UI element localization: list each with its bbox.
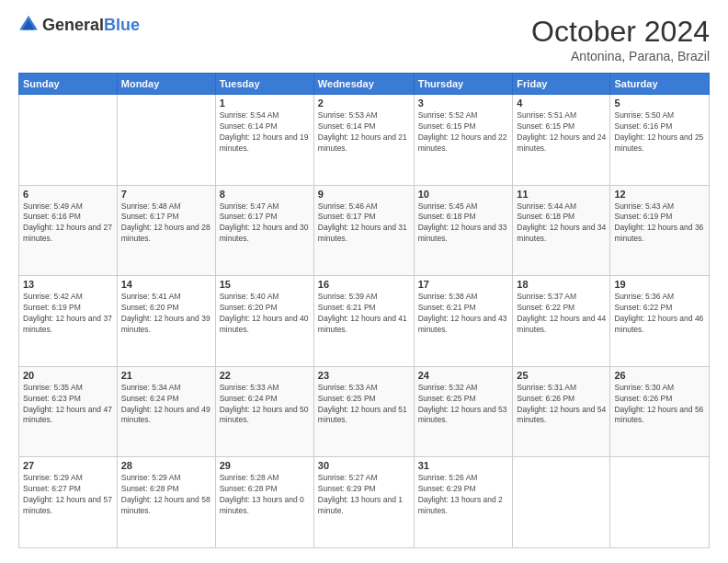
calendar-cell: 1Sunrise: 5:54 AMSunset: 6:14 PMDaylight… (215, 95, 313, 186)
day-of-week-tuesday: Tuesday (215, 74, 313, 95)
calendar-week-5: 27Sunrise: 5:29 AMSunset: 6:27 PMDayligh… (19, 457, 710, 548)
logo-text: GeneralBlue (42, 16, 140, 35)
calendar-cell: 17Sunrise: 5:38 AMSunset: 6:21 PMDayligh… (414, 276, 513, 367)
day-number: 15 (220, 279, 310, 290)
day-of-week-saturday: Saturday (610, 74, 710, 95)
day-info: Sunrise: 5:47 AMSunset: 6:17 PMDaylight:… (220, 201, 310, 246)
page: GeneralBlue October 2024 Antonina, Paran… (0, 0, 728, 563)
day-info: Sunrise: 5:51 AMSunset: 6:15 PMDaylight:… (517, 110, 606, 155)
calendar-week-1: 1Sunrise: 5:54 AMSunset: 6:14 PMDaylight… (19, 95, 710, 186)
day-info: Sunrise: 5:33 AMSunset: 6:25 PMDaylight:… (318, 383, 410, 427)
calendar-cell: 29Sunrise: 5:28 AMSunset: 6:28 PMDayligh… (215, 457, 313, 548)
day-info: Sunrise: 5:50 AMSunset: 6:16 PMDaylight:… (614, 110, 705, 155)
month-title: October 2024 (531, 15, 710, 49)
calendar-cell (513, 457, 610, 548)
day-of-week-wednesday: Wednesday (313, 74, 414, 95)
day-info: Sunrise: 5:30 AMSunset: 6:26 PMDaylight:… (614, 383, 705, 427)
day-number: 5 (614, 98, 705, 109)
day-of-week-friday: Friday (513, 74, 610, 95)
calendar-cell: 2Sunrise: 5:53 AMSunset: 6:14 PMDaylight… (313, 95, 414, 186)
calendar-cell (117, 95, 215, 186)
calendar-cell: 23Sunrise: 5:33 AMSunset: 6:25 PMDayligh… (313, 366, 414, 457)
day-number: 20 (23, 370, 113, 381)
calendar-cell: 15Sunrise: 5:40 AMSunset: 6:20 PMDayligh… (215, 276, 313, 367)
day-info: Sunrise: 5:45 AMSunset: 6:18 PMDaylight:… (418, 201, 509, 246)
day-number: 29 (220, 460, 310, 471)
day-number: 31 (418, 460, 509, 471)
day-info: Sunrise: 5:37 AMSunset: 6:22 PMDaylight:… (517, 292, 606, 336)
day-info: Sunrise: 5:48 AMSunset: 6:17 PMDaylight:… (121, 201, 211, 246)
day-info: Sunrise: 5:49 AMSunset: 6:16 PMDaylight:… (23, 201, 113, 246)
calendar-cell: 19Sunrise: 5:36 AMSunset: 6:22 PMDayligh… (610, 276, 710, 367)
calendar-cell: 18Sunrise: 5:37 AMSunset: 6:22 PMDayligh… (513, 276, 610, 367)
calendar-cell: 20Sunrise: 5:35 AMSunset: 6:23 PMDayligh… (19, 366, 118, 457)
calendar-week-3: 13Sunrise: 5:42 AMSunset: 6:19 PMDayligh… (19, 276, 710, 367)
day-info: Sunrise: 5:29 AMSunset: 6:28 PMDaylight:… (121, 473, 211, 517)
calendar-cell: 25Sunrise: 5:31 AMSunset: 6:26 PMDayligh… (513, 366, 610, 457)
header: GeneralBlue October 2024 Antonina, Paran… (18, 15, 710, 63)
calendar-cell (19, 95, 118, 186)
day-of-week-thursday: Thursday (414, 74, 513, 95)
day-info: Sunrise: 5:26 AMSunset: 6:29 PMDaylight:… (418, 473, 509, 517)
calendar-cell: 14Sunrise: 5:41 AMSunset: 6:20 PMDayligh… (117, 276, 215, 367)
calendar-cell (610, 457, 710, 548)
day-info: Sunrise: 5:53 AMSunset: 6:14 PMDaylight:… (318, 110, 410, 155)
calendar-cell: 11Sunrise: 5:44 AMSunset: 6:18 PMDayligh… (513, 185, 610, 276)
day-info: Sunrise: 5:31 AMSunset: 6:26 PMDaylight:… (517, 383, 606, 427)
day-info: Sunrise: 5:27 AMSunset: 6:29 PMDaylight:… (318, 473, 410, 517)
calendar-cell: 10Sunrise: 5:45 AMSunset: 6:18 PMDayligh… (414, 185, 513, 276)
day-info: Sunrise: 5:54 AMSunset: 6:14 PMDaylight:… (220, 110, 310, 155)
day-number: 27 (23, 460, 113, 471)
day-info: Sunrise: 5:38 AMSunset: 6:21 PMDaylight:… (418, 292, 509, 336)
day-info: Sunrise: 5:40 AMSunset: 6:20 PMDaylight:… (220, 292, 310, 336)
generalblue-icon (18, 15, 39, 35)
calendar-week-4: 20Sunrise: 5:35 AMSunset: 6:23 PMDayligh… (19, 366, 710, 457)
day-info: Sunrise: 5:52 AMSunset: 6:15 PMDaylight:… (418, 110, 509, 155)
day-number: 21 (121, 370, 211, 381)
day-info: Sunrise: 5:29 AMSunset: 6:27 PMDaylight:… (23, 473, 113, 517)
calendar-cell: 13Sunrise: 5:42 AMSunset: 6:19 PMDayligh… (19, 276, 118, 367)
day-number: 12 (614, 189, 705, 200)
day-number: 30 (318, 460, 410, 471)
calendar-cell: 4Sunrise: 5:51 AMSunset: 6:15 PMDaylight… (513, 95, 610, 186)
calendar-body: 1Sunrise: 5:54 AMSunset: 6:14 PMDaylight… (19, 95, 710, 548)
day-number: 16 (318, 279, 410, 290)
calendar-cell: 31Sunrise: 5:26 AMSunset: 6:29 PMDayligh… (414, 457, 513, 548)
calendar-cell: 7Sunrise: 5:48 AMSunset: 6:17 PMDaylight… (117, 185, 215, 276)
day-number: 17 (418, 279, 509, 290)
calendar-cell: 3Sunrise: 5:52 AMSunset: 6:15 PMDaylight… (414, 95, 513, 186)
calendar-cell: 9Sunrise: 5:46 AMSunset: 6:17 PMDaylight… (313, 185, 414, 276)
title-block: October 2024 Antonina, Parana, Brazil (531, 15, 710, 63)
day-number: 4 (517, 98, 606, 109)
day-info: Sunrise: 5:32 AMSunset: 6:25 PMDaylight:… (418, 383, 509, 427)
calendar-cell: 21Sunrise: 5:34 AMSunset: 6:24 PMDayligh… (117, 366, 215, 457)
day-number: 8 (220, 189, 310, 200)
calendar-cell: 16Sunrise: 5:39 AMSunset: 6:21 PMDayligh… (313, 276, 414, 367)
day-number: 13 (23, 279, 113, 290)
day-info: Sunrise: 5:35 AMSunset: 6:23 PMDaylight:… (23, 383, 113, 427)
day-number: 23 (318, 370, 410, 381)
location-title: Antonina, Parana, Brazil (531, 49, 710, 63)
day-number: 28 (121, 460, 211, 471)
calendar-cell: 8Sunrise: 5:47 AMSunset: 6:17 PMDaylight… (215, 185, 313, 276)
day-number: 9 (318, 189, 410, 200)
calendar-cell: 24Sunrise: 5:32 AMSunset: 6:25 PMDayligh… (414, 366, 513, 457)
day-number: 7 (121, 189, 211, 200)
day-number: 18 (517, 279, 606, 290)
calendar-cell: 12Sunrise: 5:43 AMSunset: 6:19 PMDayligh… (610, 185, 710, 276)
day-number: 10 (418, 189, 509, 200)
day-info: Sunrise: 5:39 AMSunset: 6:21 PMDaylight:… (318, 292, 410, 336)
day-number: 24 (418, 370, 509, 381)
day-number: 11 (517, 189, 606, 200)
calendar-cell: 28Sunrise: 5:29 AMSunset: 6:28 PMDayligh… (117, 457, 215, 548)
day-number: 26 (614, 370, 705, 381)
calendar-header-row: SundayMondayTuesdayWednesdayThursdayFrid… (19, 74, 710, 95)
day-info: Sunrise: 5:36 AMSunset: 6:22 PMDaylight:… (614, 292, 705, 336)
day-of-week-monday: Monday (117, 74, 215, 95)
calendar-cell: 26Sunrise: 5:30 AMSunset: 6:26 PMDayligh… (610, 366, 710, 457)
day-info: Sunrise: 5:33 AMSunset: 6:24 PMDaylight:… (220, 383, 310, 427)
calendar: SundayMondayTuesdayWednesdayThursdayFrid… (18, 73, 710, 548)
day-info: Sunrise: 5:44 AMSunset: 6:18 PMDaylight:… (517, 201, 606, 246)
day-number: 25 (517, 370, 606, 381)
day-info: Sunrise: 5:41 AMSunset: 6:20 PMDaylight:… (121, 292, 211, 336)
